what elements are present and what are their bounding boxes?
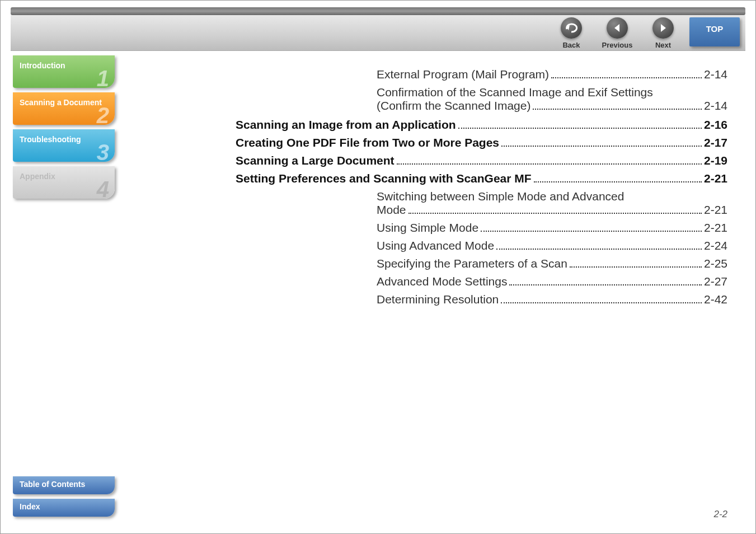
toc-entry[interactable]: Determining Resolution 2-42 — [377, 293, 727, 306]
toc-section[interactable]: Creating One PDF File from Two or More P… — [236, 136, 727, 149]
toc-page: 2-17 — [704, 136, 727, 149]
toc-leader — [496, 249, 702, 250]
toc-title: Switching between Simple Mode and Advanc… — [377, 190, 624, 203]
previous-label: Previous — [602, 41, 633, 49]
next-button-wrap: Next — [640, 17, 686, 49]
top-button-label: TOP — [706, 24, 724, 34]
nav-controls: Back Previous Next TOP — [548, 17, 740, 49]
svg-marker-1 — [614, 24, 619, 32]
toc-page: 2-27 — [704, 275, 727, 288]
next-button[interactable] — [652, 17, 674, 39]
sidebar-tab-label: Appendix — [20, 172, 55, 181]
sidebar-tab-number: 3 — [97, 139, 109, 165]
sidebar-tab-troubleshooting[interactable]: Troubleshooting 3 — [13, 129, 115, 162]
next-arrow-icon — [658, 23, 668, 33]
toc-title: Determining Resolution — [377, 293, 499, 306]
toc-entry[interactable]: Advanced Mode Settings 2-27 — [377, 275, 727, 288]
back-arrow-icon — [565, 22, 577, 34]
toc-leader — [570, 266, 702, 268]
back-label: Back — [562, 41, 580, 49]
sidebar-tab-label: Introduction — [20, 61, 65, 70]
toc-button-label: Table of Contents — [20, 480, 85, 489]
toc-leader — [501, 302, 702, 303]
toc-leader — [458, 128, 702, 129]
svg-marker-2 — [661, 24, 666, 32]
sidebar-tab-introduction[interactable]: Introduction 1 — [13, 55, 115, 88]
toc-title: Setting Preferences and Scanning with Sc… — [236, 172, 532, 185]
toc-title: Using Simple Mode — [377, 221, 478, 235]
bottom-tabs: Table of Contents Index — [13, 476, 115, 521]
sidebar-tab-number: 2 — [97, 102, 109, 128]
toc-title: Specifying the Parameters of a Scan — [377, 257, 567, 270]
toc-entry[interactable]: Using Advanced Mode 2-24 — [377, 239, 727, 252]
toc-title: Confirmation of the Scanned Image and Ex… — [377, 86, 653, 99]
toc-title: Mode — [377, 203, 406, 217]
toc-page: 2-21 — [704, 221, 727, 235]
page: Back Previous Next TOP Introduction 1 — [0, 0, 756, 534]
toc-page: 2-24 — [704, 239, 727, 252]
toc-entry-continued[interactable]: Mode 2-21 — [377, 203, 727, 217]
toc-title: Using Advanced Mode — [377, 239, 494, 252]
toc-title: External Program (Mail Program) — [377, 68, 549, 81]
sidebar-tab-scanning[interactable]: Scanning a Document 2 — [13, 92, 115, 125]
index-button[interactable]: Index — [13, 499, 115, 517]
toc-entry[interactable]: External Program (Mail Program) 2-14 — [377, 68, 727, 81]
toc-leader — [481, 231, 702, 232]
toc-page: 2-16 — [704, 118, 727, 132]
next-label: Next — [655, 41, 671, 49]
toc-leader — [408, 213, 702, 214]
toc-leader — [551, 77, 702, 78]
toc-section[interactable]: Scanning a Large Document 2-19 — [236, 154, 727, 167]
sidebar: Introduction 1 Scanning a Document 2 Tro… — [13, 55, 115, 203]
toc-leader — [509, 284, 701, 285]
back-button[interactable] — [561, 17, 582, 39]
toc-content: External Program (Mail Program) 2-14 Con… — [236, 68, 727, 311]
toc-section[interactable]: Setting Preferences and Scanning with Sc… — [236, 172, 727, 185]
sidebar-tab-number: 1 — [97, 65, 109, 91]
page-number: 2-2 — [713, 509, 727, 520]
toc-page: 2-25 — [704, 257, 727, 270]
sidebar-tab-label: Troubleshooting — [20, 135, 81, 144]
previous-arrow-icon — [612, 23, 622, 33]
table-of-contents-button[interactable]: Table of Contents — [13, 476, 115, 494]
sidebar-tab-number: 4 — [97, 176, 109, 202]
toc-page: 2-19 — [704, 154, 727, 167]
sidebar-tab-label: Scanning a Document — [20, 98, 102, 107]
toc-entry[interactable]: Confirmation of the Scanned Image and Ex… — [377, 86, 727, 99]
previous-button[interactable] — [607, 17, 628, 39]
toc-page: 2-14 — [704, 68, 727, 81]
toc-page: 2-42 — [704, 293, 727, 306]
top-button[interactable]: TOP — [689, 17, 740, 46]
toc-leader — [534, 181, 702, 182]
toc-entry[interactable]: Switching between Simple Mode and Advanc… — [377, 190, 727, 203]
toc-leader — [501, 146, 702, 147]
previous-button-wrap: Previous — [594, 17, 640, 49]
toc-entry[interactable]: Specifying the Parameters of a Scan 2-25 — [377, 257, 727, 270]
sidebar-tab-appendix[interactable]: Appendix 4 — [13, 166, 115, 199]
toc-entry[interactable]: Using Simple Mode 2-21 — [377, 221, 727, 235]
toc-title: Advanced Mode Settings — [377, 275, 507, 288]
toc-page: 2-21 — [704, 172, 727, 185]
index-button-label: Index — [20, 502, 40, 511]
toc-section[interactable]: Scanning an Image from an Application 2-… — [236, 118, 727, 132]
toc-page: 2-14 — [704, 99, 727, 113]
toc-leader — [533, 109, 702, 110]
toc-entry-continued[interactable]: (Confirm the Scanned Image) 2-14 — [377, 99, 727, 113]
toc-title: Creating One PDF File from Two or More P… — [236, 136, 499, 149]
toc-title: Scanning an Image from an Application — [236, 118, 456, 132]
toc-title: (Confirm the Scanned Image) — [377, 99, 530, 113]
toc-leader — [397, 163, 702, 165]
toc-page: 2-21 — [704, 203, 727, 217]
top-divider-bar — [11, 7, 745, 15]
toc-title: Scanning a Large Document — [236, 154, 395, 167]
back-button-wrap: Back — [548, 17, 594, 49]
